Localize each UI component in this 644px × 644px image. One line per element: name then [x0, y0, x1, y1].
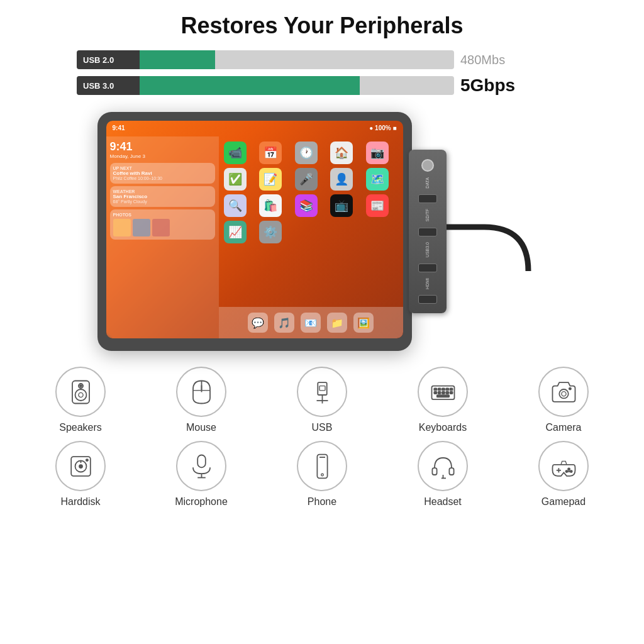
app-find: 🔍	[224, 194, 247, 217]
app-contacts: 👤	[330, 168, 353, 191]
peripheral-harddisk: Harddisk	[23, 441, 138, 508]
camera-label: Camera	[546, 422, 582, 433]
headset-icon	[429, 452, 457, 480]
widget-city: San Francisco	[113, 194, 212, 199]
hub-device: DATA SD/TF USB3.0 HDMI	[409, 150, 447, 313]
svg-rect-22	[450, 391, 453, 394]
dock-music: 🎵	[274, 313, 294, 333]
widget-weather: WEATHER San Francisco 68° Partly Cloudy	[110, 186, 215, 207]
svg-point-47	[568, 470, 569, 472]
keyboards-label: Keyboards	[419, 422, 467, 433]
ipad-hub-wrapper: 9:41 ● 100% ■ 9:41 Monday, June 3 UP NEX…	[97, 112, 547, 351]
phone-label: Phone	[308, 496, 336, 508]
photo-thumb-1	[113, 219, 131, 236]
speakers-icon	[67, 378, 95, 406]
speakers-label: Speakers	[59, 422, 102, 433]
app-news: 📰	[366, 194, 389, 217]
svg-rect-38	[432, 468, 436, 475]
peripheral-keyboards: Keyboards	[386, 367, 500, 433]
app-settings-icon: ⚙️	[259, 221, 282, 243]
app-clock: 🕐	[295, 142, 318, 164]
ios-left-panel: 9:41 Monday, June 3 UP NEXT Coffee with …	[106, 136, 219, 338]
svg-rect-9	[319, 386, 325, 390]
usb2-speed: 480Mbs	[460, 53, 511, 67]
usb2-label: USB 2.0	[77, 50, 140, 69]
svg-point-2	[78, 392, 82, 397]
svg-point-29	[79, 464, 82, 467]
widget-time: 9:41	[110, 140, 215, 153]
gamepad-label: Gamepad	[541, 496, 586, 508]
hub-hdmi-label: HDMI	[425, 278, 430, 289]
widget-photos: PHOTOS	[110, 209, 215, 240]
mouse-icon-circle	[176, 367, 226, 417]
svg-rect-35	[317, 454, 327, 478]
svg-rect-20	[441, 391, 445, 394]
dock-files: 📁	[327, 313, 347, 333]
harddisk-label: Harddisk	[60, 496, 100, 508]
app-tv: 📺	[330, 194, 353, 217]
app-calendar: 📅	[259, 142, 282, 164]
photo-thumb-2	[133, 219, 150, 236]
camera-icon-circle	[538, 367, 589, 417]
gamepad-icon	[550, 452, 578, 480]
hub-sdtf-label: SD/TF	[425, 209, 430, 221]
microphone-label: Microphone	[175, 496, 228, 508]
hub-sd-port	[418, 228, 437, 236]
peripheral-camera: Camera	[506, 367, 621, 433]
app-photos: 📷	[366, 142, 389, 164]
ios-battery: ● 100% ■	[369, 125, 396, 131]
svg-point-25	[561, 391, 565, 396]
headset-icon-circle	[418, 441, 468, 491]
harddisk-icon-circle	[55, 441, 106, 491]
ipad-screen: 9:41 ● 100% ■ 9:41 Monday, June 3 UP NEX…	[106, 121, 403, 338]
svg-rect-19	[438, 391, 441, 394]
usb2-row: USB 2.0 480Mbs	[77, 50, 567, 69]
microphone-icon	[187, 452, 216, 480]
phone-icon-circle	[297, 441, 347, 491]
usb2-fill	[140, 50, 215, 69]
app-maps: 🗺️	[366, 168, 389, 191]
peripheral-headset: Headset	[386, 441, 500, 508]
widget-weather-label: WEATHER	[113, 189, 212, 194]
usb3-row: USB 3.0 5Gbps	[77, 75, 567, 96]
photo-thumb-3	[152, 219, 170, 236]
hub-usb-port	[418, 264, 437, 272]
keyboards-icon	[429, 378, 457, 406]
gamepad-icon-circle	[538, 441, 589, 491]
dock-messages: 💬	[248, 313, 268, 333]
usb3-bar: USB 3.0	[77, 76, 454, 95]
svg-rect-13	[434, 388, 437, 391]
app-facetime: 📹	[224, 142, 247, 164]
ios-app-grid: 📹 📅 🕐 🏠 📷 ✅ 📝 🎤 👤 🗺️ 🔍 🛍️ 📚 📺	[219, 136, 403, 307]
svg-rect-14	[438, 388, 441, 391]
svg-point-26	[569, 387, 571, 390]
svg-rect-18	[434, 391, 437, 394]
widget-weather-sub: 68° Partly Cloudy	[113, 199, 212, 204]
widget-up-next: UP NEXT Coffee with Ravi Philz Coffee 10…	[110, 163, 215, 184]
svg-rect-39	[449, 468, 453, 475]
svg-point-31	[86, 458, 88, 461]
usb3-label: USB 3.0	[77, 76, 140, 95]
svg-point-1	[75, 389, 86, 401]
app-notes: 📝	[259, 168, 282, 191]
usb3-speed: 5Gbps	[460, 75, 515, 96]
svg-point-4	[79, 384, 82, 387]
microphone-icon-circle	[176, 441, 226, 491]
svg-rect-21	[446, 391, 449, 394]
svg-rect-16	[446, 388, 449, 391]
hub-data-label: DATA	[425, 177, 430, 189]
peripheral-microphone: Microphone	[144, 441, 258, 508]
peripheral-phone: Phone	[265, 441, 379, 508]
speed-bars-section: USB 2.0 480Mbs USB 3.0 5Gbps	[77, 50, 567, 102]
svg-rect-23	[436, 395, 449, 397]
svg-point-45	[570, 470, 572, 472]
svg-rect-15	[441, 388, 445, 391]
hub-data-port	[418, 194, 437, 203]
ios-dock: 💬 🎵 📧 📁 🖼️	[219, 307, 403, 338]
cable-svg	[447, 189, 547, 271]
ipad-device: 9:41 ● 100% ■ 9:41 Monday, June 3 UP NEX…	[97, 112, 412, 351]
peripheral-gamepad: Gamepad	[506, 441, 621, 508]
widget-photos-label: PHOTOS	[113, 213, 212, 217]
svg-rect-17	[450, 388, 453, 391]
app-stocks: 📈	[224, 221, 247, 243]
